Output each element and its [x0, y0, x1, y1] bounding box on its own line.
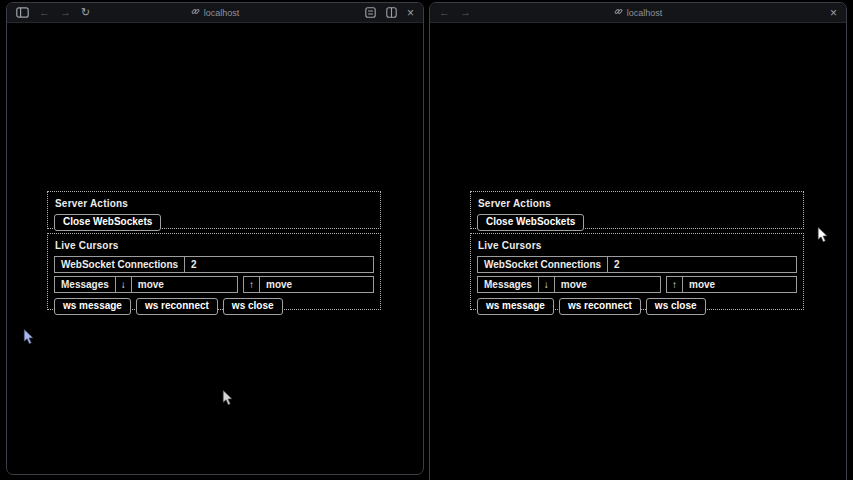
- server-actions-panel: Server Actions Close WebSockets: [470, 191, 804, 229]
- server-actions-title: Server Actions: [478, 198, 797, 209]
- last-sent-message: move: [259, 277, 373, 292]
- server-actions-title: Server Actions: [55, 198, 374, 209]
- back-icon[interactable]: ←: [439, 7, 450, 18]
- live-cursors-panel: Live Cursors WebSocket Connections 2 Mes…: [47, 233, 381, 310]
- ws-close-button[interactable]: ws close: [223, 298, 283, 315]
- arrow-down-icon: ↓: [538, 277, 554, 292]
- browser-window-right: ← → localhost × Server Actions Close Web…: [429, 2, 847, 480]
- connections-value: 2: [607, 257, 796, 272]
- messages-sent-box: ↑ move: [243, 276, 374, 293]
- ws-close-button[interactable]: ws close: [646, 298, 706, 315]
- page-settings-icon[interactable]: [365, 7, 376, 18]
- ws-reconnect-button[interactable]: ws reconnect: [136, 298, 218, 315]
- last-received-message: move: [131, 277, 237, 292]
- messages-received-box: Messages ↓ move: [54, 276, 238, 293]
- server-actions-panel: Server Actions Close WebSockets: [47, 191, 381, 229]
- close-websockets-button[interactable]: Close WebSockets: [477, 214, 584, 231]
- messages-received-box: Messages ↓ move: [477, 276, 661, 293]
- connections-value: 2: [184, 257, 373, 272]
- arrow-down-icon: ↓: [115, 277, 131, 292]
- address-display[interactable]: localhost: [614, 7, 663, 18]
- connections-label: WebSocket Connections: [55, 257, 184, 272]
- forward-icon[interactable]: →: [460, 7, 471, 18]
- ws-message-button[interactable]: ws message: [54, 298, 131, 315]
- connections-row: WebSocket Connections 2: [54, 256, 374, 273]
- connections-row: WebSocket Connections 2: [477, 256, 797, 273]
- titlebar: ← → ↻ localhost: [7, 3, 423, 23]
- link-icon: [614, 7, 623, 18]
- live-cursors-title: Live Cursors: [478, 240, 797, 251]
- reload-icon[interactable]: ↻: [81, 7, 90, 18]
- last-sent-message: move: [682, 277, 796, 292]
- ws-reconnect-button[interactable]: ws reconnect: [559, 298, 641, 315]
- close-window-icon[interactable]: ×: [407, 7, 414, 19]
- close-window-icon[interactable]: ×: [830, 7, 837, 19]
- page-title: localhost: [204, 8, 240, 18]
- browser-window-left: ← → ↻ localhost: [6, 2, 424, 475]
- sidebar-toggle-icon[interactable]: [16, 7, 29, 18]
- arrow-up-icon: ↑: [667, 277, 682, 292]
- back-icon[interactable]: ←: [39, 7, 50, 18]
- titlebar: ← → localhost ×: [430, 3, 846, 23]
- page-title: localhost: [627, 8, 663, 18]
- address-display[interactable]: localhost: [191, 7, 240, 18]
- live-cursors-panel: Live Cursors WebSocket Connections 2 Mes…: [470, 233, 804, 310]
- split-view-icon[interactable]: [386, 7, 397, 18]
- close-websockets-button[interactable]: Close WebSockets: [54, 214, 161, 231]
- link-icon: [191, 7, 200, 18]
- messages-label: Messages: [478, 277, 538, 292]
- messages-sent-box: ↑ move: [666, 276, 797, 293]
- messages-label: Messages: [55, 277, 115, 292]
- last-received-message: move: [554, 277, 660, 292]
- forward-icon[interactable]: →: [60, 7, 71, 18]
- ws-message-button[interactable]: ws message: [477, 298, 554, 315]
- connections-label: WebSocket Connections: [478, 257, 607, 272]
- arrow-up-icon: ↑: [244, 277, 259, 292]
- live-cursors-title: Live Cursors: [55, 240, 374, 251]
